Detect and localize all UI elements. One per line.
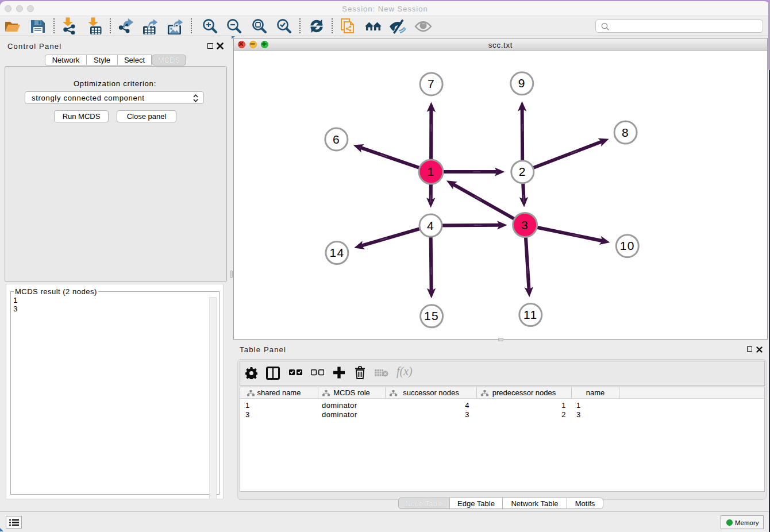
svg-text:2: 2 <box>519 165 526 178</box>
svg-text:11: 11 <box>523 308 537 321</box>
svg-text:3: 3 <box>521 218 529 232</box>
svg-text:10: 10 <box>620 239 635 252</box>
svg-text:7: 7 <box>428 77 435 90</box>
svg-text:4: 4 <box>427 219 434 232</box>
svg-text:15: 15 <box>424 309 439 322</box>
svg-text:14: 14 <box>329 246 344 259</box>
svg-text:1: 1 <box>428 165 435 178</box>
svg-text:9: 9 <box>518 76 526 90</box>
svg-text:8: 8 <box>622 126 629 139</box>
svg-text:6: 6 <box>333 133 340 146</box>
